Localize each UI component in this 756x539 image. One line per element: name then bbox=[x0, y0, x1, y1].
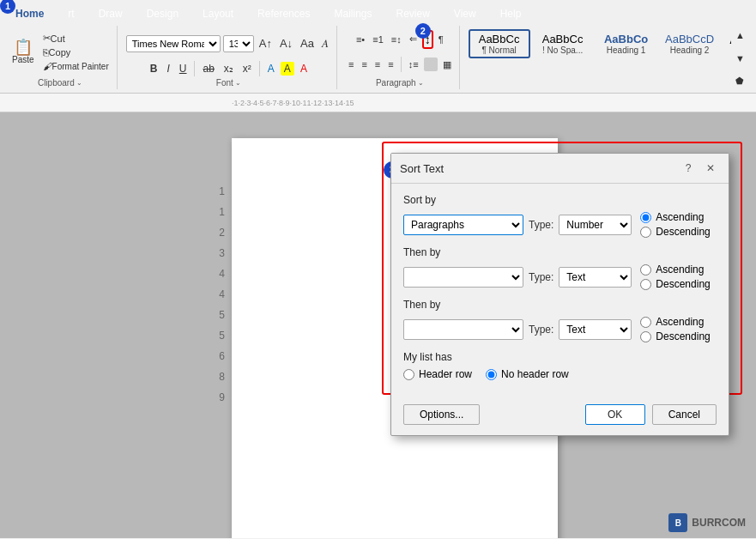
superscript-button[interactable]: x² bbox=[239, 62, 255, 76]
then-by-2-type-label: Type: bbox=[529, 324, 553, 336]
tab-help[interactable]: Help bbox=[488, 3, 534, 24]
options-button[interactable]: Options... bbox=[403, 404, 480, 425]
tab-draw[interactable]: Draw bbox=[87, 3, 135, 24]
header-row-label[interactable]: Header row bbox=[403, 368, 472, 380]
justify-button[interactable]: ≡ bbox=[385, 58, 396, 70]
shading-button[interactable] bbox=[424, 58, 438, 71]
font-row2: B I U ab x₂ x² A A A bbox=[147, 61, 311, 76]
tab-design[interactable]: Design bbox=[135, 3, 191, 24]
tab-references[interactable]: References bbox=[245, 3, 322, 24]
font-color-button[interactable]: A bbox=[297, 62, 311, 76]
then2-descending-label[interactable]: Descending bbox=[640, 330, 710, 342]
no-header-row-radio[interactable] bbox=[486, 369, 497, 380]
borders-button[interactable]: ▦ bbox=[440, 58, 454, 71]
style-heading1[interactable]: AaBbCo Heading 1 bbox=[596, 29, 657, 58]
separator1 bbox=[194, 61, 195, 76]
strikethrough-button[interactable]: ab bbox=[199, 62, 217, 76]
align-center-button[interactable]: ≡ bbox=[359, 58, 369, 70]
sort-by-select[interactable]: Paragraphs bbox=[403, 215, 523, 235]
style-title[interactable]: AaB Title bbox=[723, 29, 732, 58]
decrease-font-button[interactable]: A↓ bbox=[277, 36, 295, 51]
tab-review[interactable]: Review bbox=[384, 3, 441, 24]
paragraph-expand-icon[interactable]: ⌄ bbox=[418, 79, 424, 87]
then-by-2-controls: Type: Text Number Date Ascending D bbox=[403, 316, 717, 342]
style-nospace-preview: AaBbCc bbox=[542, 33, 584, 45]
format-painter-button[interactable]: 🖌 Format Painter bbox=[40, 60, 112, 72]
no-header-row-label[interactable]: No header row bbox=[486, 368, 569, 380]
increase-font-button[interactable]: A↑ bbox=[257, 36, 275, 51]
style-h2-label: Heading 2 bbox=[670, 45, 710, 55]
no-header-row-text: No header row bbox=[501, 368, 569, 380]
styles-scroll-down[interactable]: ▼ bbox=[733, 52, 747, 64]
cut-button[interactable]: ✂ Cut bbox=[40, 32, 112, 45]
tab-layout[interactable]: Layout bbox=[191, 3, 245, 24]
descending-radio-label[interactable]: Descending bbox=[640, 226, 710, 238]
clear-format-button[interactable]: 𝐴 bbox=[319, 36, 331, 51]
multilevel-button[interactable]: ≡↕ bbox=[389, 33, 404, 45]
styles-scroll-up[interactable]: ▲ bbox=[733, 29, 747, 41]
dialog-footer: Options... OK Cancel bbox=[391, 399, 729, 435]
then1-ascending-label[interactable]: Ascending bbox=[640, 263, 710, 276]
tab-insert[interactable]: rt bbox=[56, 3, 86, 24]
dialog-close-button[interactable]: ✕ bbox=[701, 159, 720, 178]
then2-ascending-radio[interactable] bbox=[640, 317, 651, 328]
styles-more[interactable]: ⬟ bbox=[733, 75, 747, 88]
subscript-button[interactable]: x₂ bbox=[221, 62, 237, 76]
then-by-2-radio-group: Ascending Descending bbox=[640, 316, 710, 342]
tab-mailings[interactable]: Mailings bbox=[322, 3, 384, 24]
styles-list: AaBbCc ¶ Normal AaBbCc ! No Spa... AaBbC… bbox=[469, 29, 732, 58]
line-number: 9 bbox=[0, 387, 225, 408]
style-normal[interactable]: AaBbCc ¶ Normal bbox=[469, 29, 530, 58]
bullets-button[interactable]: ≡• bbox=[354, 33, 367, 45]
clipboard-label: Clipboard ⌄ bbox=[38, 78, 82, 88]
italic-button[interactable]: I bbox=[163, 62, 172, 76]
then-by-2-type-select[interactable]: Text Number Date bbox=[559, 319, 632, 340]
sort-button[interactable]: ↕ 2 bbox=[422, 30, 433, 49]
descending-radio[interactable] bbox=[640, 227, 651, 238]
font-size-select[interactable]: 13 bbox=[223, 35, 254, 52]
sort-by-controls: Paragraphs Type: Number Text Date Ascend… bbox=[403, 211, 717, 238]
then1-descending-label[interactable]: Descending bbox=[640, 278, 710, 290]
style-heading2[interactable]: AaBbCcD Heading 2 bbox=[659, 29, 721, 58]
ascending-radio[interactable] bbox=[640, 212, 651, 223]
then2-descending-radio[interactable] bbox=[640, 331, 651, 342]
underline-button[interactable]: U bbox=[176, 62, 191, 76]
clipboard-row: 📋 Paste ✂ Cut ⎘ Copy 🖌 Format Painter bbox=[9, 27, 112, 76]
style-normal-preview: AaBbCc bbox=[479, 33, 520, 45]
header-row-radio[interactable] bbox=[403, 369, 414, 380]
font-expand-icon[interactable]: ⌄ bbox=[235, 79, 241, 87]
then-by-1-controls: Type: Text Number Date Ascending D bbox=[403, 263, 717, 290]
style-no-spacing[interactable]: AaBbCc ! No Spa... bbox=[532, 29, 594, 58]
text-highlight-button[interactable]: A bbox=[281, 62, 294, 76]
line-spacing-button[interactable]: ↕≡ bbox=[406, 58, 421, 70]
sort-by-type-select[interactable]: Number Text Date bbox=[559, 215, 632, 235]
line-number: 2 bbox=[0, 222, 225, 243]
line-number: 1 bbox=[0, 181, 225, 202]
tab-view[interactable]: View bbox=[442, 3, 488, 24]
then-by-2-select[interactable] bbox=[403, 319, 523, 340]
tab-home[interactable]: 1 Home bbox=[3, 3, 56, 24]
font-name-select[interactable]: Times New Roman bbox=[126, 35, 221, 52]
text-effects-button[interactable]: A bbox=[264, 62, 278, 76]
ascending-radio-label[interactable]: Ascending bbox=[640, 211, 710, 223]
pilcrow-button[interactable]: ¶ bbox=[436, 33, 446, 45]
copy-button[interactable]: ⎘ Copy bbox=[40, 46, 112, 58]
align-left-button[interactable]: ≡ bbox=[346, 58, 356, 70]
numbering-button[interactable]: ≡1 bbox=[370, 33, 386, 45]
cancel-button[interactable]: Cancel bbox=[652, 404, 717, 425]
dialog-help-button[interactable]: ? bbox=[679, 159, 698, 178]
align-right-button[interactable]: ≡ bbox=[372, 58, 383, 70]
then-by-1-type-select[interactable]: Text Number Date bbox=[559, 267, 632, 288]
bold-button[interactable]: B bbox=[147, 62, 161, 76]
clipboard-expand-icon[interactable]: ⌄ bbox=[76, 79, 82, 87]
then-by-1-select[interactable] bbox=[403, 267, 523, 288]
then1-descending-radio[interactable] bbox=[640, 279, 651, 290]
ok-button[interactable]: OK bbox=[585, 404, 645, 425]
line-number: 5 bbox=[0, 325, 225, 346]
change-case-button[interactable]: Aa bbox=[298, 36, 317, 51]
then2-ascending-label[interactable]: Ascending bbox=[640, 316, 710, 328]
paragraph-row2: ≡ ≡ ≡ ≡ ↕≡ ▦ bbox=[346, 53, 454, 77]
cut-icon: ✂ bbox=[43, 33, 51, 44]
paste-button[interactable]: 📋 Paste bbox=[9, 38, 38, 66]
then1-ascending-radio[interactable] bbox=[640, 264, 651, 276]
